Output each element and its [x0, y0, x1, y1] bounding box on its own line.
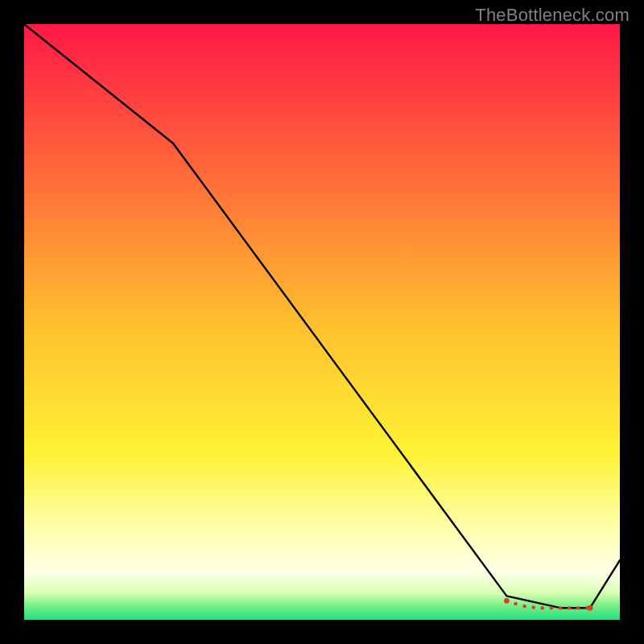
trough-marker — [568, 606, 572, 610]
trough-marker — [531, 605, 535, 609]
trough-marker — [522, 605, 526, 609]
trough-marker — [550, 606, 554, 610]
gradient-background — [24, 24, 620, 620]
watermark-text: TheBottleneck.com — [475, 5, 630, 26]
trough-marker — [576, 606, 580, 610]
trough-marker — [541, 606, 545, 610]
trough-marker — [588, 605, 593, 611]
trough-marker — [559, 606, 563, 610]
trough-marker — [514, 602, 518, 606]
chart-svg — [24, 24, 620, 620]
trough-marker — [504, 598, 510, 604]
plot-area — [24, 24, 620, 620]
chart-root: TheBottleneck.com — [0, 0, 644, 644]
